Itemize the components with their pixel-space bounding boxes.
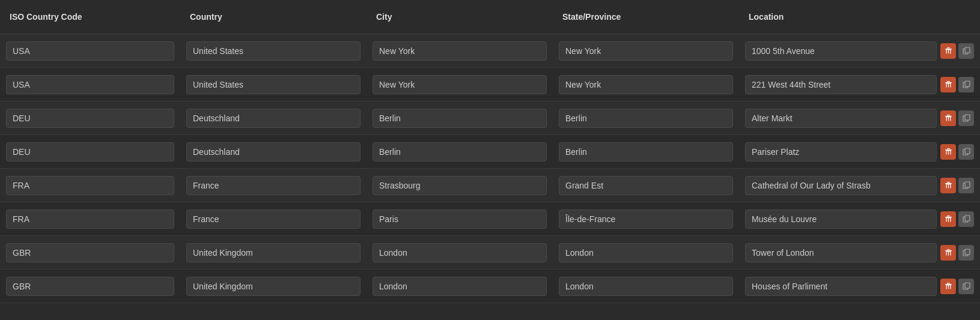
cell-location-7: Houses of Parliment bbox=[739, 272, 980, 301]
cell-country-2: Deutschland bbox=[180, 104, 367, 133]
cell-value: FRA bbox=[6, 176, 174, 195]
table-row: DEUDeutschlandBerlinBerlinPariser Platz bbox=[0, 135, 980, 169]
svg-rect-63 bbox=[965, 283, 970, 288]
delete-button-0[interactable] bbox=[940, 43, 956, 59]
cell-value: GBR bbox=[6, 243, 174, 262]
cell-iso-6: GBR bbox=[0, 238, 180, 267]
cell-country-6: United Kingdom bbox=[180, 238, 367, 267]
svg-rect-52 bbox=[950, 251, 951, 255]
delete-button-5[interactable] bbox=[940, 211, 956, 227]
table-row: GBRUnited KingdomLondonLondonHouses of P… bbox=[0, 270, 980, 303]
table-header: ISO Country CodeCountryCityState/Provinc… bbox=[0, 0, 980, 34]
table-row: FRAFranceStrasbourgGrand EstCathedral of… bbox=[0, 169, 980, 202]
copy-button-6[interactable] bbox=[958, 245, 974, 261]
delete-button-2[interactable] bbox=[940, 110, 956, 126]
col-header-location: Location bbox=[739, 6, 980, 28]
svg-rect-39 bbox=[965, 182, 970, 187]
svg-rect-1 bbox=[947, 47, 950, 48]
cell-value: USA bbox=[6, 75, 174, 94]
svg-rect-19 bbox=[948, 116, 948, 121]
cell-state-2: Berlin bbox=[553, 104, 739, 133]
cell-value: London bbox=[559, 277, 733, 296]
table-row: FRAFranceParisÎle-de-FranceMusée du Louv… bbox=[0, 202, 980, 236]
delete-button-7[interactable] bbox=[940, 279, 956, 294]
copy-button-7[interactable] bbox=[958, 279, 974, 294]
location-value: Alter Markt bbox=[745, 109, 937, 128]
copy-button-5[interactable] bbox=[958, 211, 974, 227]
cell-city-0: New York bbox=[367, 37, 553, 65]
svg-rect-4 bbox=[950, 49, 951, 53]
cell-value: FRA bbox=[6, 210, 174, 229]
cell-country-0: United States bbox=[180, 37, 367, 65]
cell-state-4: Grand Est bbox=[553, 171, 739, 200]
cell-country-3: Deutschland bbox=[180, 137, 367, 166]
copy-button-2[interactable] bbox=[958, 110, 974, 126]
cell-city-3: Berlin bbox=[367, 137, 553, 166]
cell-value: United Kingdom bbox=[186, 243, 361, 262]
cell-value: Berlin bbox=[373, 109, 547, 128]
svg-rect-26 bbox=[946, 150, 946, 154]
delete-button-4[interactable] bbox=[940, 178, 956, 193]
cell-location-0: 1000 5th Avenue bbox=[739, 37, 980, 65]
svg-rect-21 bbox=[946, 116, 951, 117]
location-value: Cathedral of Our Lady of Strasb bbox=[745, 176, 937, 195]
col-header-city: City bbox=[367, 6, 553, 28]
cell-value: United States bbox=[186, 75, 361, 94]
svg-rect-55 bbox=[965, 249, 970, 255]
col-header-iso: ISO Country Code bbox=[0, 6, 180, 28]
svg-rect-51 bbox=[948, 251, 948, 255]
svg-rect-33 bbox=[947, 182, 950, 183]
cell-location-1: 221 West 44th Street bbox=[739, 70, 980, 99]
cell-value: Deutschland bbox=[186, 142, 361, 162]
cell-value: USA bbox=[6, 41, 174, 61]
svg-rect-49 bbox=[947, 249, 950, 250]
svg-rect-45 bbox=[946, 217, 951, 218]
cell-value: New York bbox=[559, 75, 733, 94]
delete-button-1[interactable] bbox=[940, 77, 956, 92]
svg-rect-7 bbox=[965, 47, 970, 53]
svg-rect-5 bbox=[946, 49, 951, 50]
svg-rect-12 bbox=[950, 83, 951, 87]
svg-rect-3 bbox=[948, 49, 948, 53]
svg-rect-61 bbox=[946, 285, 951, 285]
cell-value: New York bbox=[373, 41, 547, 61]
svg-rect-57 bbox=[947, 283, 950, 283]
location-value: 1000 5th Avenue bbox=[745, 41, 937, 61]
svg-rect-53 bbox=[946, 251, 951, 252]
svg-rect-2 bbox=[946, 49, 946, 53]
table-row: USAUnited StatesNew YorkNew York1000 5th… bbox=[0, 34, 980, 68]
cell-state-0: New York bbox=[553, 37, 739, 65]
delete-button-6[interactable] bbox=[940, 245, 956, 261]
svg-rect-47 bbox=[965, 216, 970, 221]
copy-button-0[interactable] bbox=[958, 43, 974, 59]
cell-city-6: London bbox=[367, 238, 553, 267]
col-header-state: State/Province bbox=[553, 6, 739, 28]
cell-location-2: Alter Markt bbox=[739, 104, 980, 133]
cell-iso-5: FRA bbox=[0, 205, 180, 234]
cell-value: DEU bbox=[6, 109, 174, 128]
svg-rect-59 bbox=[948, 285, 948, 289]
delete-button-3[interactable] bbox=[940, 144, 956, 160]
svg-rect-43 bbox=[948, 217, 948, 222]
svg-rect-37 bbox=[946, 184, 951, 184]
cell-iso-1: USA bbox=[0, 70, 180, 99]
cell-country-1: United States bbox=[180, 70, 367, 99]
copy-button-1[interactable] bbox=[958, 77, 974, 92]
cell-value: Grand Est bbox=[559, 176, 733, 195]
svg-rect-31 bbox=[965, 148, 970, 154]
cell-value: DEU bbox=[6, 142, 174, 162]
col-header-country: Country bbox=[180, 6, 367, 28]
copy-button-3[interactable] bbox=[958, 144, 974, 160]
cell-value: GBR bbox=[6, 277, 174, 296]
copy-button-4[interactable] bbox=[958, 178, 974, 193]
location-value: Tower of London bbox=[745, 243, 937, 262]
svg-rect-9 bbox=[947, 81, 950, 82]
cell-value: Berlin bbox=[559, 142, 733, 162]
cell-value: London bbox=[373, 243, 547, 262]
data-table: ISO Country CodeCountryCityState/Provinc… bbox=[0, 0, 980, 303]
cell-city-5: Paris bbox=[367, 205, 553, 234]
cell-city-2: Berlin bbox=[367, 104, 553, 133]
cell-iso-3: DEU bbox=[0, 137, 180, 166]
cell-value: Berlin bbox=[559, 109, 733, 128]
cell-value: France bbox=[186, 210, 361, 229]
